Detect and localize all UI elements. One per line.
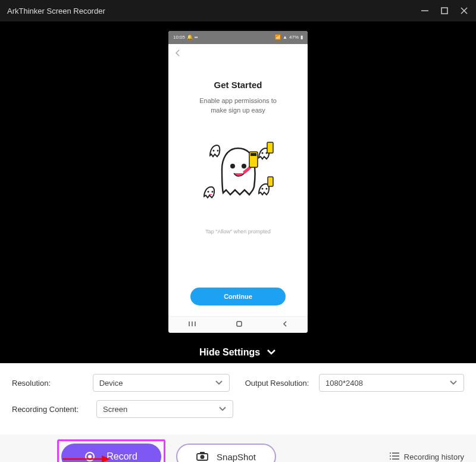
svg-point-13	[208, 191, 209, 192]
svg-rect-17	[268, 177, 273, 186]
back-nav-icon[interactable]	[282, 319, 288, 330]
svg-point-8	[213, 149, 215, 151]
svg-rect-21	[237, 321, 242, 326]
svg-rect-7	[250, 153, 256, 156]
snapshot-label: SnapShot	[217, 452, 256, 462]
settings-panel: Resolution: Device Output Resolution: 10…	[0, 363, 476, 435]
minimize-icon[interactable]	[420, 6, 430, 15]
phone-time: 10:05	[173, 35, 185, 40]
recording-content-value: Screen	[103, 405, 127, 414]
svg-rect-1	[441, 8, 447, 14]
phone-nav-bar	[168, 316, 308, 333]
phone-subtitle-line1: Enable app permissions to	[178, 96, 298, 106]
svg-point-9	[217, 149, 219, 151]
ghost-illustration	[178, 136, 298, 214]
svg-rect-25	[200, 452, 205, 454]
app-title: ArkThinker Screen Recorder	[7, 7, 105, 15]
recording-content-select[interactable]: Screen	[96, 400, 233, 418]
phone-preview: 10:05 🔔 ▪▪ 📶 ▲ 47% ▮ Get Started Enable …	[168, 31, 308, 333]
svg-point-31	[390, 455, 391, 457]
window-controls	[420, 6, 469, 15]
output-resolution-label: Output Resolution:	[245, 379, 313, 388]
chevron-down-icon	[266, 347, 277, 358]
svg-point-10	[262, 152, 264, 154]
svg-point-16	[266, 188, 268, 189]
titlebar: ArkThinker Screen Recorder	[0, 0, 476, 21]
svg-rect-12	[267, 142, 273, 153]
output-resolution-value: 1080*2408	[325, 379, 363, 388]
svg-point-30	[390, 452, 391, 454]
svg-point-14	[212, 191, 214, 192]
phone-hint: Tap "Allow" when prompted	[178, 229, 298, 235]
svg-point-26	[201, 455, 205, 459]
app-indicator-icon: ▪▪	[195, 35, 198, 40]
record-label: Record	[107, 451, 137, 462]
resolution-label: Resolution:	[12, 379, 87, 388]
maximize-icon[interactable]	[440, 7, 449, 15]
hide-settings-label: Hide Settings	[199, 347, 260, 358]
output-resolution-select[interactable]: 1080*2408	[319, 374, 464, 392]
svg-point-32	[390, 458, 391, 460]
back-icon[interactable]	[174, 49, 180, 60]
actions-bar: Record SnapShot Recording history	[0, 435, 476, 462]
resolution-select[interactable]: Device	[93, 374, 230, 392]
preview-area: 10:05 🔔 ▪▪ 📶 ▲ 47% ▮ Get Started Enable …	[0, 21, 476, 342]
battery-icon: ▮	[300, 35, 303, 40]
svg-point-4	[230, 164, 235, 168]
phone-screen: Get Started Enable app permissions to ma…	[168, 44, 308, 316]
camera-icon	[196, 451, 208, 463]
chevron-down-icon	[449, 379, 458, 388]
recording-history-link[interactable]: Recording history	[390, 452, 464, 462]
notification-icon: 🔔	[187, 35, 193, 40]
arrow-annotation	[62, 455, 110, 462]
continue-button[interactable]: Continue	[190, 288, 286, 305]
list-icon	[390, 452, 399, 462]
phone-battery: 47%	[289, 35, 299, 40]
history-label: Recording history	[404, 452, 464, 461]
svg-point-15	[262, 188, 264, 189]
phone-status-bar: 10:05 🔔 ▪▪ 📶 ▲ 47% ▮	[168, 31, 308, 44]
phone-subtitle: Enable app permissions to make sign up e…	[178, 96, 298, 116]
signal-icon: ▲	[283, 35, 287, 40]
resolution-value: Device	[99, 379, 123, 388]
wifi-icon: 📶	[275, 35, 281, 40]
recording-content-label: Recording Content:	[12, 405, 90, 414]
phone-heading: Get Started	[178, 80, 298, 90]
snapshot-button[interactable]: SnapShot	[176, 444, 276, 462]
recent-apps-icon[interactable]	[188, 319, 196, 330]
hide-settings-toggle[interactable]: Hide Settings	[0, 342, 476, 363]
svg-marker-23	[102, 455, 110, 462]
chevron-down-icon	[215, 379, 223, 388]
svg-point-5	[242, 164, 246, 168]
chevron-down-icon	[218, 405, 227, 414]
phone-subtitle-line2: make sign up easy	[178, 105, 298, 116]
home-icon[interactable]	[235, 319, 243, 330]
close-icon[interactable]	[459, 6, 469, 15]
